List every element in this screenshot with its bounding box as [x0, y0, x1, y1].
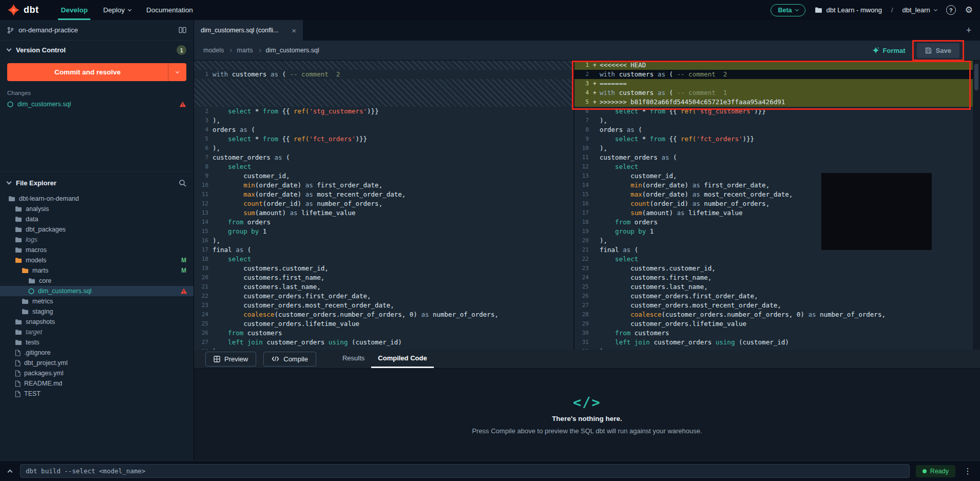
code-line[interactable]: 16), [194, 236, 573, 245]
code-line[interactable]: 19 customers.customer_id, [194, 264, 573, 273]
code-line[interactable]: 28 coalesce(customer_orders.number_of_or… [574, 310, 980, 319]
code-line[interactable]: 31 left join customer_orders using (cust… [574, 338, 980, 347]
code-line[interactable]: 32) [574, 347, 980, 350]
commit-dropdown[interactable] [168, 63, 186, 81]
compile-button[interactable]: Compile [263, 352, 316, 367]
code-line[interactable]: 26 customer_orders.first_order_date, [574, 292, 980, 301]
file-explorer-header[interactable]: File Explorer [0, 172, 194, 194]
tree-item-marts[interactable]: martsM [0, 265, 194, 276]
breadcrumb-item[interactable]: models [203, 47, 224, 54]
tree-item-packages.yml[interactable]: packages.yml [0, 368, 194, 378]
code-line[interactable]: 12 select [574, 162, 980, 171]
tree-item-models[interactable]: modelsM [0, 255, 194, 265]
code-line[interactable]: 27 left join customer_orders using (cust… [194, 338, 573, 347]
code-line[interactable]: 11customer_orders as ( [574, 153, 980, 162]
command-input[interactable] [20, 464, 910, 478]
search-icon[interactable] [179, 179, 186, 187]
code-line[interactable]: 15 group by 1 [194, 227, 573, 236]
changed-file[interactable]: dim_customers.sql [0, 99, 194, 110]
code-line[interactable]: 6), [194, 144, 573, 153]
code-line[interactable]: 26 from customers [194, 329, 573, 338]
code-line[interactable]: 8orders as ( [574, 125, 980, 134]
editor-scrollbar[interactable] [973, 61, 980, 350]
code-line[interactable]: 12 count(order_id) as number_of_orders, [194, 199, 573, 208]
breadcrumb-item[interactable]: dim_customers.sql [266, 47, 319, 54]
tree-item-.gitignore[interactable]: .gitignore [0, 348, 194, 358]
code-line[interactable]: 24 coalesce(customer_orders.number_of_or… [194, 310, 573, 319]
editor-pane-current[interactable]: 1with customers as ( -- comment 22 selec… [194, 61, 574, 350]
code-line[interactable]: 25 customers.last_name, [574, 282, 980, 292]
code-line[interactable]: 20 customers.first_name, [194, 273, 573, 282]
code-line[interactable]: 3), [194, 116, 573, 125]
code-line[interactable]: 23 customers.customer_id, [574, 264, 980, 273]
help-icon[interactable]: ? [946, 5, 956, 15]
code-line[interactable]: 27 customer_orders.most_recent_order_dat… [574, 301, 980, 310]
commit-and-resolve-button[interactable]: Commit and resolve [7, 63, 186, 81]
code-line[interactable]: 4orders as ( [194, 125, 573, 134]
code-line[interactable]: 28) [194, 347, 573, 350]
tab-results[interactable]: Results [336, 350, 371, 368]
nav-item-documentation[interactable]: Documentation [139, 0, 201, 20]
chevron-up-icon[interactable] [6, 467, 14, 476]
breadcrumb-item[interactable]: marts [237, 47, 253, 54]
tree-item-snapshots[interactable]: snapshots [0, 317, 194, 327]
code-line[interactable]: 8 select [194, 162, 573, 171]
code-line[interactable]: 18 select [194, 255, 573, 264]
code-line[interactable]: 2 select * from {{ ref('stg_customers')}… [194, 107, 573, 116]
code-line[interactable]: 6 select * from {{ ref('stg_customers')}… [574, 107, 980, 116]
code-line[interactable]: 5+>>>>>>> b81f802a66fd544504c65721e3ffaa… [574, 98, 980, 107]
preview-button[interactable]: Preview [205, 352, 256, 367]
version-control-header[interactable]: Version Control 1 [0, 41, 194, 60]
tree-item-dbt_project.yml[interactable]: dbt_project.yml [0, 358, 194, 368]
project-selector[interactable]: dbt_learn [902, 6, 937, 14]
code-line[interactable]: 1+<<<<<<< HEAD [574, 61, 980, 70]
tree-item-dbt_packages[interactable]: dbt_packages [0, 224, 194, 235]
code-line[interactable]: 10 min(order_date) as first_order_date, [194, 181, 573, 190]
kebab-menu-icon[interactable]: ⋮ [962, 466, 974, 476]
nav-item-deploy[interactable]: Deploy [95, 0, 139, 20]
save-button[interactable]: Save [917, 43, 959, 58]
beta-badge[interactable]: Beta [771, 4, 805, 16]
code-line[interactable]: 4+with customers as ( -- comment 1 [574, 88, 980, 98]
code-line[interactable]: 10), [574, 144, 980, 153]
tree-item-target[interactable]: target [0, 327, 194, 337]
code-line[interactable]: 14 from orders [194, 218, 573, 227]
code-line[interactable]: 17final as ( [194, 245, 573, 255]
new-tab-button[interactable]: + [957, 20, 980, 41]
code-line[interactable]: 22 customer_orders.first_order_date, [194, 292, 573, 301]
code-line[interactable]: 22 select [574, 255, 980, 264]
tree-item-data[interactable]: data [0, 214, 194, 224]
code-line[interactable]: 11 max(order_date) as most_recent_order_… [194, 190, 573, 199]
code-line[interactable]: 1with customers as ( -- comment 2 [194, 70, 573, 79]
tree-item-analysis[interactable]: analysis [0, 204, 194, 214]
workspace-selector[interactable]: dbt Learn - mwong [815, 6, 882, 14]
code-line[interactable]: 3+======= [574, 79, 980, 88]
code-line[interactable]: 13 sum(amount) as lifetime_value [194, 208, 573, 218]
tree-item-core[interactable]: core [0, 276, 194, 286]
code-line[interactable]: 2with customers as ( -- comment 2 [574, 70, 980, 79]
code-line[interactable]: 9 customer_id, [194, 171, 573, 181]
code-line[interactable]: 23 customer_orders.most_recent_order_dat… [194, 301, 573, 310]
git-branch-selector[interactable]: on-demand-practice [0, 20, 194, 41]
close-icon[interactable]: × [292, 26, 296, 35]
tree-item-dim_customers.sql[interactable]: dim_customers.sql [0, 286, 194, 296]
tree-item-dbt-learn-on-demand[interactable]: dbt-learn-on-demand [0, 194, 194, 204]
tree-item-tests[interactable]: tests [0, 337, 194, 348]
tree-item-metrics[interactable]: metrics [0, 296, 194, 306]
code-editor[interactable]: 1with customers as ( -- comment 22 selec… [194, 61, 980, 350]
scrollbar-thumb[interactable] [974, 64, 978, 90]
tree-item-README.md[interactable]: README.md [0, 378, 194, 389]
code-line[interactable]: 24 customers.first_name, [574, 273, 980, 282]
code-line[interactable]: 7), [574, 116, 980, 125]
tree-item-logs[interactable]: logs [0, 235, 194, 245]
settings-gear-icon[interactable]: ⚙ [965, 5, 973, 15]
tree-item-staging[interactable]: staging [0, 306, 194, 317]
tab-compiled-code[interactable]: Compiled Code [371, 350, 433, 368]
dbt-logo[interactable]: dbt [7, 4, 39, 16]
status-badge[interactable]: Ready [916, 465, 955, 477]
code-line[interactable]: 25 customer_orders.lifetime_value [194, 319, 573, 329]
code-line[interactable]: 30 from customers [574, 329, 980, 338]
code-line[interactable]: 7customer_orders as ( [194, 153, 573, 162]
code-line[interactable]: 21 customers.last_name, [194, 282, 573, 292]
editor-tab[interactable]: dim_customers.sql (confli... × [194, 20, 303, 41]
